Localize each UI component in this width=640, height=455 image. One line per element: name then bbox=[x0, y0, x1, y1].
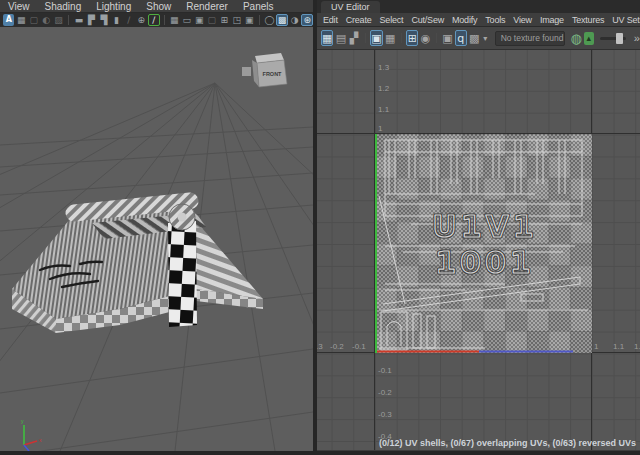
menu-modify[interactable]: Modify bbox=[452, 15, 477, 25]
gate-dim-icon[interactable]: ▢ bbox=[206, 14, 217, 26]
viewport-canvas[interactable]: FRONT y x z bbox=[0, 27, 313, 451]
hatch-dim-icon[interactable]: ▨ bbox=[53, 14, 64, 26]
menu-show[interactable]: Show bbox=[146, 1, 171, 12]
maya-window: View Shading Lighting Show Renderer Pane… bbox=[0, 0, 640, 455]
resolution-gate-icon[interactable]: ▣ bbox=[194, 14, 205, 26]
textured-view-icon[interactable]: ⊛ bbox=[301, 14, 313, 26]
uv-editor-tabbar: UV Editor bbox=[317, 0, 640, 13]
separator bbox=[259, 15, 260, 25]
uv-status-text: (0/12) UV shells, (0/67) overlapping UVs… bbox=[379, 438, 636, 448]
menu-uvsets[interactable]: UV Sets bbox=[612, 15, 640, 25]
menu-view[interactable]: View bbox=[513, 15, 532, 25]
marquee-icon[interactable]: ▦ bbox=[15, 14, 26, 26]
camera-icon[interactable]: ▬ bbox=[73, 14, 84, 26]
menu-create[interactable]: Create bbox=[346, 15, 372, 25]
separator bbox=[68, 15, 69, 25]
uv-editor-toolbar: ▦ ▤ ▞ ▣ ▦ ⊞ ◉ ▣ q ▩ ▾ No texture found ◍… bbox=[317, 27, 640, 50]
image-display-icon[interactable]: ▴ bbox=[584, 32, 594, 45]
texture-q-icon[interactable]: q bbox=[455, 30, 467, 46]
manipulator-icon[interactable]: ⊕ bbox=[136, 14, 147, 26]
grid-dim-icon[interactable]: ▦ bbox=[385, 30, 396, 46]
isolate-select-icon[interactable]: ∕ bbox=[148, 14, 160, 26]
v-label: 1 bbox=[378, 124, 382, 133]
viewcube-front-label: FRONT bbox=[263, 71, 283, 77]
dim-image-slider[interactable] bbox=[600, 37, 626, 40]
uv-stack-icon[interactable]: ▤ bbox=[335, 30, 346, 46]
uv-editor-panel: UV Editor Edit Create Select Cut/Sew Mod… bbox=[317, 0, 640, 451]
separator bbox=[164, 15, 165, 25]
slider-handle[interactable] bbox=[616, 33, 623, 44]
u-label: -0.2 bbox=[330, 342, 344, 351]
uv-editor-tab[interactable]: UV Editor bbox=[321, 1, 380, 13]
v-label: 1.2 bbox=[378, 84, 389, 93]
border-display-icon[interactable]: ▣ bbox=[370, 30, 382, 46]
sphere-dim-icon[interactable]: ◐ bbox=[40, 14, 51, 26]
uv-transform-icon[interactable]: ▦ bbox=[321, 30, 333, 46]
menu-cutsew[interactable]: Cut/Sew bbox=[411, 15, 444, 25]
uv-wireframe: U1V1 U1V1 1001 1001 bbox=[375, 134, 592, 353]
v-label: -0.3 bbox=[378, 410, 392, 419]
uv-canvas[interactable]: U1V1 U1V1 1001 1001 1.3 1.2 1.1 1 -0.1 -… bbox=[317, 50, 640, 450]
menu-image[interactable]: Image bbox=[540, 15, 564, 25]
textured-cube-icon[interactable]: ▩ bbox=[276, 14, 288, 26]
camera-view-icon[interactable]: ▣ bbox=[442, 30, 453, 46]
a-display-icon[interactable]: A bbox=[3, 14, 14, 26]
window-bottom-edge bbox=[0, 451, 640, 455]
shaded-sphere-icon[interactable]: ◑ bbox=[289, 14, 300, 26]
u-label: -0.3 bbox=[317, 342, 323, 351]
u-label: 1.1 bbox=[613, 342, 624, 351]
separator bbox=[365, 33, 366, 43]
menu-select[interactable]: Select bbox=[380, 15, 404, 25]
menu-panels[interactable]: Panels bbox=[243, 1, 274, 12]
menu-view[interactable]: View bbox=[8, 1, 30, 12]
menu-edit[interactable]: Edit bbox=[323, 15, 338, 25]
viewport-panel: View Shading Lighting Show Renderer Pane… bbox=[0, 0, 313, 451]
shade-box-icon[interactable]: ▢ bbox=[28, 14, 39, 26]
uv-unstack-icon[interactable]: ▞ bbox=[348, 30, 359, 46]
menu-renderer[interactable]: Renderer bbox=[186, 1, 228, 12]
checker-display-icon[interactable]: ▩ bbox=[469, 30, 480, 46]
dropdown-caret-icon[interactable]: ▾ bbox=[482, 30, 489, 46]
menu-textures[interactable]: Textures bbox=[572, 15, 604, 25]
menu-lighting[interactable]: Lighting bbox=[96, 1, 131, 12]
wireframe-sphere-icon[interactable]: ◯ bbox=[264, 14, 275, 26]
texture-selector-field[interactable]: No texture found bbox=[495, 31, 565, 46]
tile-label-u1v1: U1V1 bbox=[432, 209, 537, 244]
menu-shading[interactable]: Shading bbox=[45, 1, 82, 12]
v-label: 1.3 bbox=[378, 63, 389, 72]
u-label: 1.2 bbox=[634, 342, 640, 351]
camera-out-icon[interactable]: ▜ bbox=[98, 14, 109, 26]
dim-circle-icon[interactable]: ◉ bbox=[420, 30, 431, 46]
pillar bbox=[168, 221, 197, 327]
viewport-render: FRONT y x z bbox=[0, 27, 313, 451]
u-label: 1 bbox=[594, 342, 598, 351]
uv-editor-menubar: Edit Create Select Cut/Sew Modify Tools … bbox=[317, 13, 640, 27]
tile-label-1001: 1001 bbox=[435, 245, 535, 280]
pane-corner-icon[interactable]: ◳ bbox=[231, 14, 242, 26]
shaded-sphere-icon[interactable]: ◍ bbox=[571, 30, 582, 46]
viewport-menubar: View Shading Lighting Show Renderer Pane… bbox=[0, 0, 313, 13]
pane-text-icon[interactable]: ▣ bbox=[243, 14, 254, 26]
v-label: -0.1 bbox=[378, 366, 392, 375]
snap-grid-icon[interactable]: ⊞ bbox=[406, 30, 418, 46]
separator bbox=[401, 33, 402, 43]
four-pane-icon[interactable]: ⊞ bbox=[218, 14, 229, 26]
camera-in-icon[interactable]: ▛ bbox=[86, 14, 97, 26]
menu-tools[interactable]: Tools bbox=[485, 15, 505, 25]
overflow-chevron-icon[interactable]: » bbox=[634, 32, 640, 44]
bookmark-icon[interactable]: ▮ bbox=[111, 14, 122, 26]
u-label: -0.1 bbox=[352, 342, 366, 351]
separator bbox=[436, 33, 437, 43]
viewport-iconbar: A ▦ ▢ ◐ ▨ ▬ ▛ ▜ ▮ ∕ ⊕ ∕ ▦ ▭ ▣ ▢ ⊞ ◳ ▣ ◯ … bbox=[0, 13, 313, 27]
v-label: 1.1 bbox=[378, 105, 389, 114]
grid-icon[interactable]: ▦ bbox=[169, 14, 180, 26]
v-label: -0.2 bbox=[378, 388, 392, 397]
pencil-dim-icon[interactable]: ∕ bbox=[123, 14, 134, 26]
film-gate-icon[interactable]: ▭ bbox=[181, 14, 192, 26]
